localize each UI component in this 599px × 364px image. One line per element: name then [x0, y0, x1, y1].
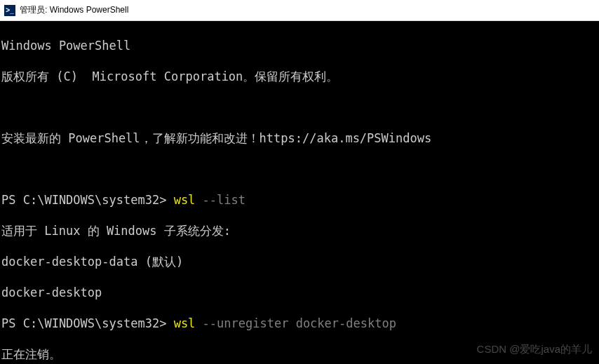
watermark: CSDN @爱吃java的羊儿 — [477, 342, 592, 357]
terminal-line: docker-desktop — [1, 285, 598, 300]
titlebar[interactable]: >_ 管理员: Windows PowerShell — [0, 0, 599, 21]
output-text: 正在注销。 — [1, 347, 61, 361]
window-title: 管理员: Windows PowerShell — [20, 4, 128, 16]
powershell-icon: >_ — [4, 5, 15, 16]
cmd-args: --unregister docker-desktop — [203, 316, 396, 330]
output-text: docker-desktop — [1, 285, 102, 299]
prompt: PS C:\WINDOWS\system32> — [1, 193, 174, 207]
prompt: PS C:\WINDOWS\system32> — [1, 316, 174, 330]
terminal-line: PS C:\WINDOWS\system32> wsl --list — [1, 192, 598, 208]
terminal-line: 版权所有 (C) Microsoft Corporation。保留所有权利。 — [1, 69, 598, 84]
terminal-line: PS C:\WINDOWS\system32> wsl --unregister… — [1, 316, 598, 331]
cmd-binary: wsl — [174, 193, 203, 207]
icon-glyph: >_ — [6, 6, 13, 14]
terminal-line: docker-desktop-data (默认) — [1, 254, 598, 269]
terminal-body[interactable]: Windows PowerShell 版权所有 (C) Microsoft Co… — [0, 21, 599, 364]
terminal-blank — [1, 100, 598, 115]
terminal-line: 适用于 Linux 的 Windows 子系统分发: — [1, 223, 598, 238]
terminal-line: 安装最新的 PowerShell，了解新功能和改进！https://aka.ms… — [1, 130, 598, 146]
header-text: Windows PowerShell — [1, 39, 130, 53]
terminal-blank — [1, 161, 598, 177]
cmd-args: --list — [203, 193, 245, 207]
cmd-binary: wsl — [174, 316, 203, 330]
output-text: docker-desktop-data (默认) — [1, 255, 183, 269]
output-text: 适用于 Linux 的 Windows 子系统分发: — [1, 224, 231, 238]
copyright-text: 版权所有 (C) Microsoft Corporation。保留所有权利。 — [1, 69, 338, 83]
terminal-line: Windows PowerShell — [1, 38, 598, 53]
hint-text: 安装最新的 PowerShell，了解新功能和改进！https://aka.ms… — [1, 131, 431, 145]
